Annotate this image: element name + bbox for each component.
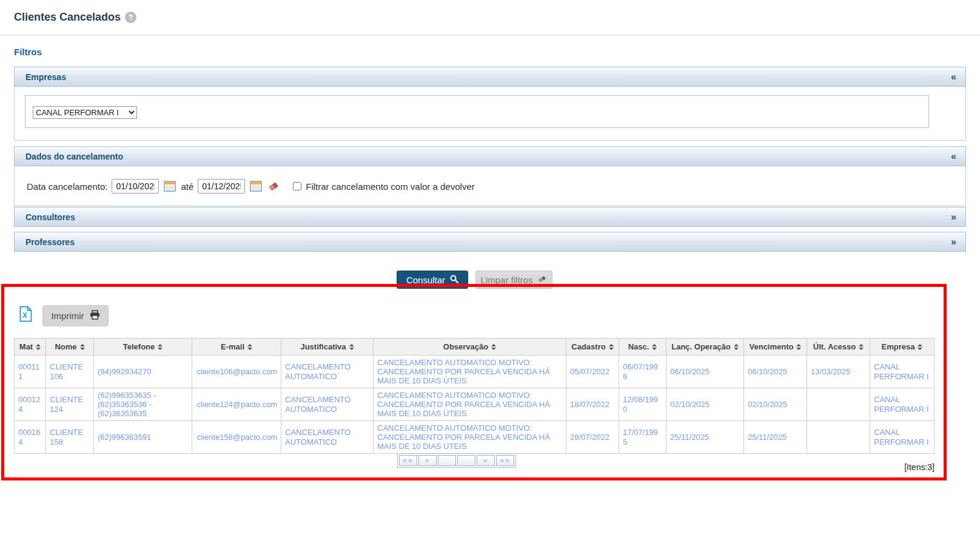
cell-lan-opera-o[interactable]: 02/10/2025: [666, 388, 744, 421]
column-header-e-mail[interactable]: E-mail: [192, 339, 281, 356]
cell-observa-o[interactable]: CANCELAMENTO AUTOMATICO MOTIVO: CANCELAM…: [374, 356, 566, 388]
cell-empresa[interactable]: CANAL PERFORMAR I: [870, 421, 935, 454]
panel-professores-header[interactable]: Professores »: [14, 232, 966, 252]
pagination-button[interactable]: »: [477, 455, 495, 466]
column-header-nome[interactable]: Nome: [46, 339, 94, 356]
limpar-label: Limpar filtros: [481, 275, 533, 285]
header-row: MatNomeTelefoneE-mailJustificativaObserv…: [15, 339, 935, 356]
sort-icon[interactable]: [652, 344, 657, 350]
cell-nome[interactable]: CLIENTE 124: [46, 388, 94, 421]
eraser-icon[interactable]: [267, 180, 280, 193]
page: Clientes Cancelados ? Filtros Empresas «…: [0, 0, 980, 546]
cell-lan-opera-o[interactable]: 06/10/2025: [666, 356, 744, 388]
column-header-observa-o[interactable]: Observação: [374, 339, 566, 356]
expand-icon[interactable]: »: [951, 237, 956, 248]
cell-lt-acesso[interactable]: [807, 421, 870, 454]
cell-e-mail[interactable]: cliente158@pacto.com: [192, 421, 281, 454]
export-excel-icon[interactable]: X: [19, 306, 32, 324]
column-header-vencimento[interactable]: Vencimento: [744, 339, 807, 356]
expand-icon[interactable]: »: [951, 212, 956, 223]
cell-empresa[interactable]: CANAL PERFORMAR I: [870, 356, 935, 388]
cell-nasc[interactable]: 06/07/1996: [619, 356, 666, 388]
collapse-icon[interactable]: «: [951, 72, 956, 83]
until-label: até: [181, 181, 193, 192]
cell-vencimento[interactable]: 02/10/2025: [744, 388, 807, 421]
cell-observa-o[interactable]: CANCELAMENTO AUTOMATICO MOTIVO: CANCELAM…: [374, 421, 566, 454]
cell-mat[interactable]: 000111: [15, 356, 46, 388]
sort-icon[interactable]: [247, 344, 252, 350]
sort-icon[interactable]: [36, 344, 41, 350]
panel-empresas-header[interactable]: Empresas «: [14, 67, 966, 87]
cell-mat[interactable]: 000164: [15, 421, 46, 454]
cell-justificativa[interactable]: CANCELAMENTO AUTOMATICO: [281, 388, 374, 421]
date-from-input[interactable]: [112, 179, 159, 194]
column-header-telefone[interactable]: Telefone: [94, 339, 192, 356]
imprimir-button[interactable]: Imprimir: [42, 305, 109, 326]
cell-cadastro[interactable]: 05/07/2022: [566, 356, 619, 388]
sort-icon[interactable]: [918, 344, 922, 350]
pagination-button[interactable]: [438, 455, 456, 466]
cell-e-mail[interactable]: cliente106@pacto.com: [192, 356, 281, 388]
column-header-cadastro[interactable]: Cadastro: [566, 339, 619, 356]
cell-telefone[interactable]: (62)996363591: [94, 421, 192, 454]
sort-icon[interactable]: [796, 344, 801, 350]
panel-cancelamento-header[interactable]: Dados do cancelamento «: [14, 146, 966, 166]
valor-devolver-checkbox[interactable]: [293, 182, 301, 190]
column-header-justificativa[interactable]: Justificativa: [281, 339, 374, 356]
cell-cadastro[interactable]: 28/07/2022: [566, 421, 619, 454]
column-header-lan-opera-o[interactable]: Lanç. Operação: [666, 339, 744, 356]
cell-observa-o[interactable]: CANCELAMENTO AUTOMATICO MOTIVO: CANCELAM…: [374, 388, 566, 421]
cell-telefone[interactable]: (94)992934270: [94, 356, 192, 388]
cell-cadastro[interactable]: 18/07/2022: [566, 388, 619, 421]
cell-nasc[interactable]: 12/08/1990: [619, 388, 666, 421]
table-row: 000164CLIENTE 158(62)996363591cliente158…: [15, 421, 935, 454]
sort-icon[interactable]: [491, 344, 496, 350]
column-header-empresa[interactable]: Empresa: [870, 339, 935, 356]
sort-icon[interactable]: [349, 344, 354, 350]
cell-lan-opera-o[interactable]: 25/11/2025: [666, 421, 744, 454]
page-title-text: Clientes Cancelados: [14, 11, 121, 24]
cell-justificativa[interactable]: CANCELAMENTO AUTOMATICO: [281, 421, 374, 454]
table-row: 000111CLIENTE 106(94)992934270cliente106…: [15, 356, 935, 388]
sort-icon[interactable]: [734, 344, 739, 350]
cell-lt-acesso[interactable]: 13/03/2025: [807, 356, 870, 388]
sort-icon[interactable]: [609, 344, 614, 350]
date-to-input[interactable]: [198, 179, 245, 194]
calendar-icon[interactable]: [163, 180, 176, 193]
svg-text:X: X: [22, 311, 27, 320]
limpar-filtros-button[interactable]: Limpar filtros: [475, 271, 552, 289]
cell-justificativa[interactable]: CANCELAMENTO AUTOMATICO: [281, 356, 374, 388]
sort-icon[interactable]: [80, 344, 85, 350]
cell-mat[interactable]: 000124: [15, 388, 46, 421]
pagination-button[interactable]: «: [418, 455, 437, 466]
help-icon[interactable]: ?: [125, 12, 136, 23]
pagination: «««»»»: [397, 453, 516, 468]
collapse-icon[interactable]: «: [951, 151, 956, 162]
panel-consultores-header[interactable]: Consultores »: [14, 207, 966, 227]
sort-icon[interactable]: [859, 344, 864, 350]
panel-empresas-body: CANAL PERFORMAR I: [14, 87, 966, 141]
pagination-button[interactable]: »»: [496, 455, 514, 466]
cell-e-mail[interactable]: cliente124@pacto.com: [192, 388, 281, 421]
cell-lt-acesso[interactable]: [807, 388, 870, 421]
sort-icon[interactable]: [158, 344, 163, 350]
cell-nome[interactable]: CLIENTE 106: [46, 356, 94, 388]
cell-vencimento[interactable]: 06/10/2025: [744, 356, 807, 388]
pagination-button[interactable]: [457, 455, 475, 466]
consultar-button[interactable]: Consultar: [397, 271, 468, 289]
pagination-button[interactable]: ««: [399, 455, 417, 466]
column-header-nasc[interactable]: Nasc.: [619, 339, 666, 356]
cell-vencimento[interactable]: 25/11/2025: [744, 421, 807, 454]
panel-cancelamento-label: Dados do cancelamento: [25, 152, 123, 161]
cell-telefone[interactable]: (62)996353635 - (62)35363536 - (62)36353…: [94, 388, 192, 421]
imprimir-label: Imprimir: [51, 311, 84, 321]
cell-nasc[interactable]: 17/07/1995: [619, 421, 666, 454]
empresas-inner-box: CANAL PERFORMAR I: [25, 95, 929, 128]
column-header-lt-acesso[interactable]: Últ. Acesso: [807, 339, 870, 356]
cell-empresa[interactable]: CANAL PERFORMAR I: [870, 388, 935, 421]
calendar-icon[interactable]: [249, 180, 263, 193]
column-header-mat[interactable]: Mat: [15, 339, 46, 356]
empresa-select[interactable]: CANAL PERFORMAR I: [33, 106, 137, 119]
cell-nome[interactable]: CLIENTE 158: [46, 421, 94, 454]
panel-empresas-label: Empresas: [25, 72, 66, 82]
